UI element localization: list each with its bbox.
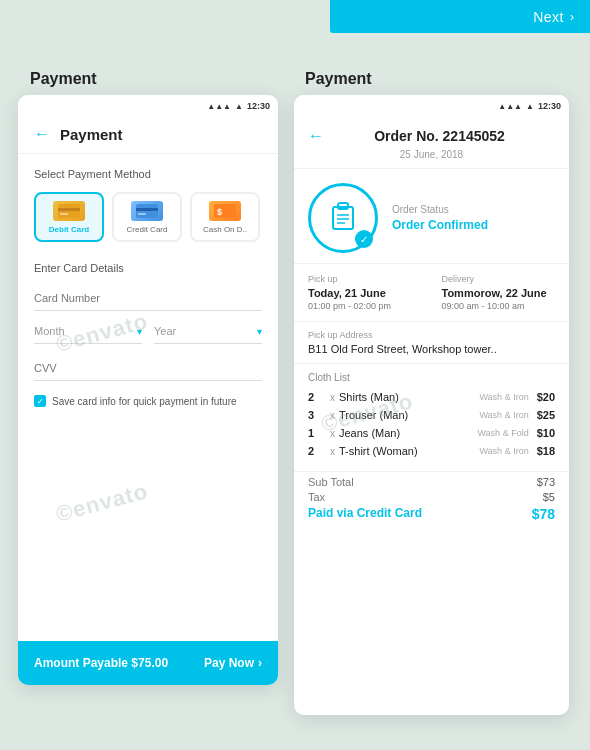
check-icon: ✓ [360, 234, 368, 245]
address-label: Pick up Address [308, 330, 555, 340]
month-arrow-icon: ▾ [137, 326, 142, 337]
cloth-item-2: 1 x Jeans (Man) Wash & Fold $10 [308, 427, 555, 439]
year-select[interactable]: Year ▾ [154, 325, 262, 344]
cloth-x-1: x [330, 410, 335, 421]
cloth-x-2: x [330, 428, 335, 439]
cloth-qty-3: 2 [308, 445, 330, 457]
svg-text:$: $ [217, 207, 222, 217]
debit-icon [53, 201, 85, 221]
back-arrow-left[interactable]: ← [34, 125, 50, 143]
next-chevron-icon: › [570, 10, 574, 24]
time-left: 12:30 [247, 101, 270, 111]
top-nav-bar[interactable]: Next › [330, 0, 590, 33]
cash-label: Cash On D.. [203, 225, 247, 234]
order-header: ← Order No. 22145052 25 June, 2018 [294, 117, 569, 169]
check-badge: ✓ [355, 230, 373, 248]
month-select[interactable]: Month ▾ [34, 325, 142, 344]
cloth-section: Cloth List 2 x Shirts (Man) Wash & Iron … [294, 364, 569, 471]
payment-card-left: ▲▲▲ ▲ 12:30 ← Payment Select Payment Met… [18, 95, 278, 685]
cloth-name-1: Trouser (Man) [339, 409, 479, 421]
save-checkbox[interactable]: ✓ [34, 395, 46, 407]
tax-row: Tax $5 [308, 491, 555, 503]
signal-icon-right: ▲▲▲ [498, 102, 522, 111]
credit-icon [131, 201, 163, 221]
month-year-row: Month ▾ Year ▾ [34, 325, 262, 344]
svg-rect-1 [58, 208, 80, 211]
svg-rect-4 [136, 208, 158, 211]
save-label: Save card info for quick payment in futu… [52, 396, 237, 407]
cloth-list-title: Cloth List [308, 372, 555, 383]
svg-rect-5 [138, 213, 146, 215]
pickup-date: Today, 21 June [308, 287, 422, 299]
status-circle: ✓ [308, 183, 378, 253]
delivery-label: Delivery [442, 274, 556, 284]
cloth-price-0: $20 [537, 391, 555, 403]
payment-card-right: ▲▲▲ ▲ 12:30 ← Order No. 22145052 25 June… [294, 95, 569, 715]
month-label: Month [34, 325, 137, 337]
subtotal-label: Sub Total [308, 476, 354, 488]
cloth-qty-2: 1 [308, 427, 330, 439]
delivery-time: 09:00 am - 10:00 am [442, 301, 556, 311]
delivery-row: Pick up Today, 21 June 01:00 pm - 02:00 … [308, 274, 555, 311]
order-number: Order No. 22145052 [324, 128, 555, 144]
subtotal-value: $73 [537, 476, 555, 488]
totals-section: Sub Total $73 Tax $5 Paid via Credit Car… [294, 471, 569, 530]
cloth-name-3: T-shirt (Woman) [339, 445, 479, 457]
select-method-label: Select Payment Method [34, 168, 262, 180]
clipboard-icon [329, 201, 357, 236]
delivery-col: Delivery Tommorow, 22 June 09:00 am - 10… [442, 274, 556, 311]
pickup-time: 01:00 pm - 02:00 pm [308, 301, 422, 311]
method-cash[interactable]: $ Cash On D.. [190, 192, 260, 242]
cvv-field [34, 358, 262, 381]
card-header-left: ← Payment [18, 117, 278, 154]
cloth-qty-0: 2 [308, 391, 330, 403]
order-status-section: ✓ Order Status Order Confirmed [294, 169, 569, 264]
cloth-item-0: 2 x Shirts (Man) Wash & Iron $20 [308, 391, 555, 403]
card-body-left: Select Payment Method Debit Card [18, 154, 278, 421]
pickup-col: Pick up Today, 21 June 01:00 pm - 02:00 … [308, 274, 422, 311]
cvv-input[interactable] [34, 358, 262, 381]
cloth-service-3: Wash & Iron [479, 446, 528, 456]
debit-label: Debit Card [49, 225, 89, 234]
pay-now-button[interactable]: Pay Now › [204, 656, 262, 670]
payment-methods: Debit Card Credit Card $ [34, 192, 262, 242]
cloth-qty-1: 3 [308, 409, 330, 421]
next-label: Next [533, 9, 564, 25]
cloth-item-1: 3 x Trouser (Man) Wash & Iron $25 [308, 409, 555, 421]
tax-label: Tax [308, 491, 325, 503]
order-status-label: Order Status [392, 204, 555, 215]
cloth-x-0: x [330, 392, 335, 403]
order-status-value: Order Confirmed [392, 218, 555, 232]
delivery-date: Tommorow, 22 June [442, 287, 556, 299]
cloth-service-1: Wash & Iron [479, 410, 528, 420]
cash-icon: $ [209, 201, 241, 221]
pay-now-label: Pay Now [204, 656, 254, 670]
wifi-icon-right: ▲ [526, 102, 534, 111]
order-status-info: Order Status Order Confirmed [392, 204, 555, 232]
pay-now-bar[interactable]: Amount Payable $75.00 Pay Now › [18, 641, 278, 685]
method-credit-card[interactable]: Credit Card [112, 192, 182, 242]
payment-section-label-right: Payment [305, 70, 372, 88]
tax-value: $5 [543, 491, 555, 503]
enter-details-label: Enter Card Details [34, 262, 262, 274]
cloth-x-3: x [330, 446, 335, 457]
method-debit-card[interactable]: Debit Card [34, 192, 104, 242]
back-arrow-right[interactable]: ← [308, 127, 324, 145]
grand-value: $78 [532, 506, 555, 522]
cloth-name-0: Shirts (Man) [339, 391, 479, 403]
status-bar-right: ▲▲▲ ▲ 12:30 [294, 95, 569, 117]
address-value: B11 Old Ford Street, Workshop tower.. [308, 343, 555, 355]
card-number-field [34, 288, 262, 311]
status-bar-left: ▲▲▲ ▲ 12:30 [18, 95, 278, 117]
card-title-left: Payment [60, 126, 123, 143]
subtotal-row: Sub Total $73 [308, 476, 555, 488]
cloth-price-3: $18 [537, 445, 555, 457]
cloth-item-3: 2 x T-shirt (Woman) Wash & Iron $18 [308, 445, 555, 457]
card-number-input[interactable] [34, 288, 262, 311]
grand-label: Paid via Credit Card [308, 506, 422, 522]
svg-rect-8 [333, 207, 353, 229]
address-section: Pick up Address B11 Old Ford Street, Wor… [294, 322, 569, 364]
signal-icon-left: ▲▲▲ [207, 102, 231, 111]
order-back-row: ← Order No. 22145052 [308, 127, 555, 145]
cloth-price-1: $25 [537, 409, 555, 421]
